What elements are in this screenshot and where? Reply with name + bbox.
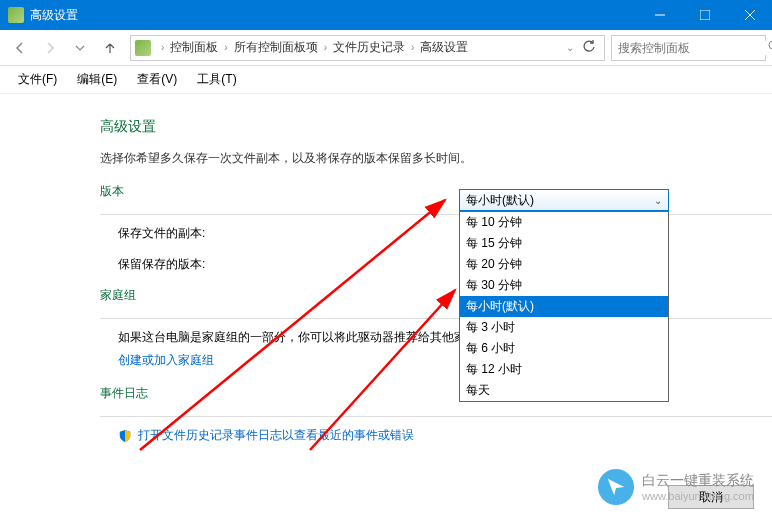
page-description: 选择你希望多久保存一次文件副本，以及将保存的版本保留多长时间。 bbox=[100, 150, 772, 167]
recent-button[interactable] bbox=[66, 34, 94, 62]
dropdown-option-selected[interactable]: 每小时(默认) bbox=[460, 296, 668, 317]
search-input[interactable] bbox=[618, 41, 768, 55]
breadcrumb-item[interactable]: 高级设置 bbox=[418, 39, 470, 56]
chevron-right-icon[interactable]: › bbox=[220, 42, 231, 53]
close-button[interactable] bbox=[727, 0, 772, 30]
chevron-down-icon: ⌄ bbox=[654, 195, 662, 206]
breadcrumb-item[interactable]: 所有控制面板项 bbox=[232, 39, 320, 56]
watermark-icon bbox=[598, 469, 634, 505]
dropdown-option[interactable]: 每 6 小时 bbox=[460, 338, 668, 359]
section-version-title: 版本 bbox=[100, 183, 772, 200]
dropdown-option[interactable]: 每 15 分钟 bbox=[460, 233, 668, 254]
dropdown-option[interactable]: 每 3 小时 bbox=[460, 317, 668, 338]
save-copy-label: 保存文件的副本: bbox=[100, 225, 440, 242]
menu-file[interactable]: 文件(F) bbox=[10, 67, 65, 92]
chevron-right-icon[interactable]: › bbox=[407, 42, 418, 53]
section-homegroup-title: 家庭组 bbox=[100, 287, 772, 304]
chevron-down-icon[interactable]: ⌄ bbox=[566, 42, 574, 53]
minimize-button[interactable] bbox=[637, 0, 682, 30]
menu-tools[interactable]: 工具(T) bbox=[189, 67, 244, 92]
save-frequency-dropdown[interactable]: 每小时(默认) ⌄ 每 10 分钟 每 15 分钟 每 20 分钟 每 30 分… bbox=[459, 189, 669, 402]
menu-edit[interactable]: 编辑(E) bbox=[69, 67, 125, 92]
nav-bar: › 控制面板 › 所有控制面板项 › 文件历史记录 › 高级设置 ⌄ bbox=[0, 30, 772, 66]
dropdown-option[interactable]: 每 10 分钟 bbox=[460, 212, 668, 233]
forward-button[interactable] bbox=[36, 34, 64, 62]
homegroup-text: 如果这台电脑是家庭组的一部分，你可以将此驱动器推荐给其他家庭 bbox=[100, 329, 772, 346]
svg-rect-1 bbox=[700, 10, 710, 20]
watermark-line1: 白云一键重装系统 bbox=[642, 472, 754, 490]
up-button[interactable] bbox=[96, 34, 124, 62]
refresh-icon[interactable] bbox=[582, 39, 596, 56]
search-icon[interactable] bbox=[768, 40, 772, 55]
breadcrumb[interactable]: › 控制面板 › 所有控制面板项 › 文件历史记录 › 高级设置 ⌄ bbox=[130, 35, 605, 61]
dropdown-option[interactable]: 每 12 小时 bbox=[460, 359, 668, 380]
dropdown-option[interactable]: 每 30 分钟 bbox=[460, 275, 668, 296]
chevron-right-icon[interactable]: › bbox=[157, 42, 168, 53]
breadcrumb-item[interactable]: 文件历史记录 bbox=[331, 39, 407, 56]
keep-version-label: 保留保存的版本: bbox=[100, 256, 440, 273]
chevron-right-icon[interactable]: › bbox=[320, 42, 331, 53]
app-icon bbox=[8, 7, 24, 23]
dropdown-option[interactable]: 每天 bbox=[460, 380, 668, 401]
window-title: 高级设置 bbox=[30, 7, 78, 24]
dropdown-selected-text: 每小时(默认) bbox=[466, 192, 534, 209]
search-box[interactable] bbox=[611, 35, 766, 61]
section-log-title: 事件日志 bbox=[100, 385, 772, 402]
breadcrumb-item[interactable]: 控制面板 bbox=[168, 39, 220, 56]
dropdown-selected[interactable]: 每小时(默认) ⌄ bbox=[459, 189, 669, 211]
watermark: 白云一键重装系统 www.baiyunxitong.com bbox=[598, 469, 754, 505]
back-button[interactable] bbox=[6, 34, 34, 62]
menu-view[interactable]: 查看(V) bbox=[129, 67, 185, 92]
page-title: 高级设置 bbox=[100, 118, 772, 136]
dropdown-list: 每 10 分钟 每 15 分钟 每 20 分钟 每 30 分钟 每小时(默认) … bbox=[459, 211, 669, 402]
dropdown-option[interactable]: 每 20 分钟 bbox=[460, 254, 668, 275]
shield-icon bbox=[118, 429, 132, 443]
maximize-button[interactable] bbox=[682, 0, 727, 30]
title-bar: 高级设置 bbox=[0, 0, 772, 30]
event-log-link[interactable]: 打开文件历史记录事件日志以查看最近的事件或错误 bbox=[138, 427, 414, 444]
homegroup-link[interactable]: 创建或加入家庭组 bbox=[100, 352, 214, 369]
watermark-line2: www.baiyunxitong.com bbox=[642, 490, 754, 502]
folder-icon bbox=[135, 40, 151, 56]
menu-bar: 文件(F) 编辑(E) 查看(V) 工具(T) bbox=[0, 66, 772, 94]
